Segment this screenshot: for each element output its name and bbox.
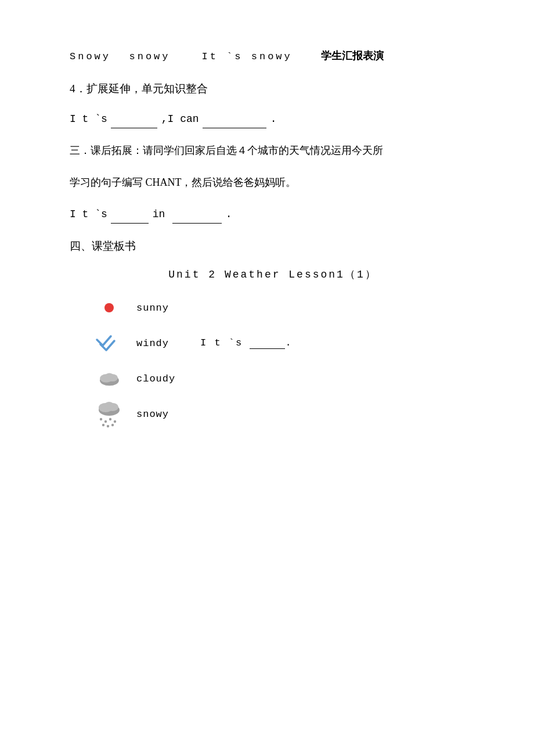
fill1-blank2 — [203, 109, 266, 128]
fill2-blank2 — [172, 204, 222, 224]
svg-point-14 — [111, 424, 114, 426]
weather-row-windy: windy I t `s . — [93, 330, 476, 357]
svg-point-7 — [104, 402, 114, 409]
windy-its: I t `s . — [200, 337, 293, 349]
svg-point-12 — [102, 424, 104, 426]
fill2-middle: in — [153, 208, 171, 220]
cloudy-label: cloudy — [136, 373, 189, 384]
snowy-icon — [93, 401, 125, 427]
section3-title: 三．课后拓展：请同学们回家后自选４个城市的天气情况运用今天所 — [70, 141, 476, 160]
section3-text1: 三．课后拓展：请同学们回家后自选４个城市的天气情况运用今天所 — [70, 145, 383, 156]
fill1-suffix: . — [270, 113, 277, 125]
windy-icon — [93, 330, 125, 357]
cloudy-icon — [93, 366, 125, 392]
weather-list: sunny windy I t `s . cloudy — [93, 295, 476, 427]
svg-point-13 — [107, 425, 109, 427]
row1-snowy1: Snowy — [70, 51, 111, 62]
section3-cont: 学习的句子编写 CHANT，然后说给爸爸妈妈听。 — [70, 173, 476, 192]
weather-row-sunny: sunny — [93, 295, 476, 321]
section4b-title: 四、课堂板书 — [70, 236, 476, 256]
fill2-blank1 — [111, 204, 149, 224]
row1-snowy2: snowy — [129, 51, 171, 62]
fill2-line: I t `s in . — [70, 204, 476, 224]
fill2-suffix: . — [226, 208, 232, 220]
fill2-prefix: I t `s — [70, 208, 107, 220]
svg-point-11 — [114, 420, 116, 423]
section4-title: 4．扩展延伸，单元知识整合 — [70, 79, 476, 99]
fill1-line: I t `s ,I can . — [70, 109, 476, 128]
board-title: Unit 2 Weather Lesson1（1） — [70, 267, 476, 281]
fill1-middle: ,I can — [161, 113, 199, 125]
section3-text2: 学习的句子编写 CHANT，然后说给爸爸妈妈听。 — [70, 177, 297, 188]
fill1-blank1 — [111, 109, 157, 128]
row1-its-snowy: It `s snowy — [202, 51, 293, 62]
snowy-label: snowy — [136, 409, 189, 420]
row1-chinese: 学生汇报表演 — [321, 50, 384, 62]
sunny-icon — [93, 295, 125, 321]
svg-point-9 — [104, 420, 107, 423]
svg-point-10 — [109, 418, 111, 420]
row1-line: Snowy snowy It `s snowy 学生汇报表演 — [70, 46, 476, 66]
svg-point-3 — [105, 373, 114, 379]
weather-row-cloudy: cloudy — [93, 366, 476, 392]
fill1-prefix: I t `s — [70, 113, 107, 125]
sunny-label: sunny — [136, 303, 189, 314]
weather-row-snowy: snowy — [93, 401, 476, 427]
svg-point-8 — [100, 418, 102, 420]
windy-label: windy — [136, 338, 189, 349]
